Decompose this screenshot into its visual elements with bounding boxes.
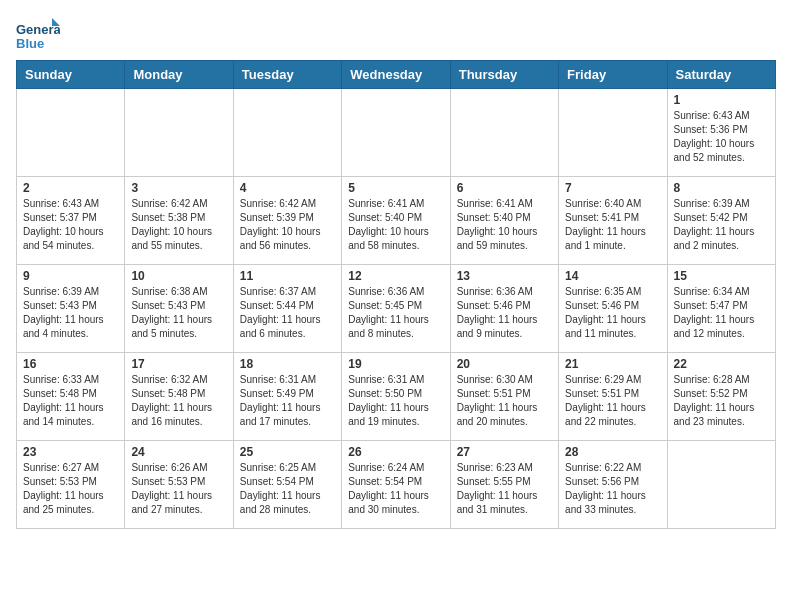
calendar-cell: 13Sunrise: 6:36 AM Sunset: 5:46 PM Dayli… — [450, 265, 558, 353]
day-info: Sunrise: 6:36 AM Sunset: 5:46 PM Dayligh… — [457, 285, 552, 341]
day-number: 3 — [131, 181, 226, 195]
calendar-cell: 4Sunrise: 6:42 AM Sunset: 5:39 PM Daylig… — [233, 177, 341, 265]
calendar-cell: 15Sunrise: 6:34 AM Sunset: 5:47 PM Dayli… — [667, 265, 775, 353]
calendar-cell: 19Sunrise: 6:31 AM Sunset: 5:50 PM Dayli… — [342, 353, 450, 441]
day-info: Sunrise: 6:27 AM Sunset: 5:53 PM Dayligh… — [23, 461, 118, 517]
calendar-cell — [667, 441, 775, 529]
day-number: 5 — [348, 181, 443, 195]
day-number: 20 — [457, 357, 552, 371]
calendar-cell: 21Sunrise: 6:29 AM Sunset: 5:51 PM Dayli… — [559, 353, 667, 441]
calendar-header-tuesday: Tuesday — [233, 61, 341, 89]
calendar-week-4: 16Sunrise: 6:33 AM Sunset: 5:48 PM Dayli… — [17, 353, 776, 441]
day-number: 8 — [674, 181, 769, 195]
day-number: 18 — [240, 357, 335, 371]
calendar-cell — [559, 89, 667, 177]
day-info: Sunrise: 6:41 AM Sunset: 5:40 PM Dayligh… — [348, 197, 443, 253]
logo: General Blue — [16, 16, 60, 52]
calendar-cell — [233, 89, 341, 177]
calendar-week-2: 2Sunrise: 6:43 AM Sunset: 5:37 PM Daylig… — [17, 177, 776, 265]
day-info: Sunrise: 6:39 AM Sunset: 5:42 PM Dayligh… — [674, 197, 769, 253]
day-info: Sunrise: 6:31 AM Sunset: 5:50 PM Dayligh… — [348, 373, 443, 429]
calendar-header-saturday: Saturday — [667, 61, 775, 89]
day-info: Sunrise: 6:36 AM Sunset: 5:45 PM Dayligh… — [348, 285, 443, 341]
svg-text:Blue: Blue — [16, 36, 44, 51]
calendar-cell: 12Sunrise: 6:36 AM Sunset: 5:45 PM Dayli… — [342, 265, 450, 353]
calendar-header-sunday: Sunday — [17, 61, 125, 89]
day-number: 27 — [457, 445, 552, 459]
day-info: Sunrise: 6:32 AM Sunset: 5:48 PM Dayligh… — [131, 373, 226, 429]
day-number: 2 — [23, 181, 118, 195]
calendar-week-1: 1Sunrise: 6:43 AM Sunset: 5:36 PM Daylig… — [17, 89, 776, 177]
calendar-cell: 7Sunrise: 6:40 AM Sunset: 5:41 PM Daylig… — [559, 177, 667, 265]
day-number: 13 — [457, 269, 552, 283]
day-info: Sunrise: 6:43 AM Sunset: 5:36 PM Dayligh… — [674, 109, 769, 165]
day-number: 16 — [23, 357, 118, 371]
day-number: 25 — [240, 445, 335, 459]
day-number: 1 — [674, 93, 769, 107]
calendar-cell — [17, 89, 125, 177]
day-number: 19 — [348, 357, 443, 371]
day-info: Sunrise: 6:28 AM Sunset: 5:52 PM Dayligh… — [674, 373, 769, 429]
day-info: Sunrise: 6:40 AM Sunset: 5:41 PM Dayligh… — [565, 197, 660, 253]
calendar-week-3: 9Sunrise: 6:39 AM Sunset: 5:43 PM Daylig… — [17, 265, 776, 353]
day-number: 22 — [674, 357, 769, 371]
day-number: 24 — [131, 445, 226, 459]
day-info: Sunrise: 6:43 AM Sunset: 5:37 PM Dayligh… — [23, 197, 118, 253]
calendar-cell: 16Sunrise: 6:33 AM Sunset: 5:48 PM Dayli… — [17, 353, 125, 441]
calendar-cell: 28Sunrise: 6:22 AM Sunset: 5:56 PM Dayli… — [559, 441, 667, 529]
calendar-cell: 23Sunrise: 6:27 AM Sunset: 5:53 PM Dayli… — [17, 441, 125, 529]
day-info: Sunrise: 6:33 AM Sunset: 5:48 PM Dayligh… — [23, 373, 118, 429]
day-info: Sunrise: 6:24 AM Sunset: 5:54 PM Dayligh… — [348, 461, 443, 517]
calendar-cell: 3Sunrise: 6:42 AM Sunset: 5:38 PM Daylig… — [125, 177, 233, 265]
calendar-cell — [450, 89, 558, 177]
day-number: 21 — [565, 357, 660, 371]
day-info: Sunrise: 6:42 AM Sunset: 5:39 PM Dayligh… — [240, 197, 335, 253]
day-number: 4 — [240, 181, 335, 195]
day-number: 6 — [457, 181, 552, 195]
day-number: 10 — [131, 269, 226, 283]
calendar-cell: 26Sunrise: 6:24 AM Sunset: 5:54 PM Dayli… — [342, 441, 450, 529]
calendar-cell: 18Sunrise: 6:31 AM Sunset: 5:49 PM Dayli… — [233, 353, 341, 441]
calendar-cell: 9Sunrise: 6:39 AM Sunset: 5:43 PM Daylig… — [17, 265, 125, 353]
calendar-cell: 8Sunrise: 6:39 AM Sunset: 5:42 PM Daylig… — [667, 177, 775, 265]
calendar-cell: 14Sunrise: 6:35 AM Sunset: 5:46 PM Dayli… — [559, 265, 667, 353]
calendar-header-wednesday: Wednesday — [342, 61, 450, 89]
calendar-cell: 17Sunrise: 6:32 AM Sunset: 5:48 PM Dayli… — [125, 353, 233, 441]
calendar-cell: 24Sunrise: 6:26 AM Sunset: 5:53 PM Dayli… — [125, 441, 233, 529]
day-info: Sunrise: 6:31 AM Sunset: 5:49 PM Dayligh… — [240, 373, 335, 429]
day-number: 12 — [348, 269, 443, 283]
day-info: Sunrise: 6:37 AM Sunset: 5:44 PM Dayligh… — [240, 285, 335, 341]
calendar-cell: 11Sunrise: 6:37 AM Sunset: 5:44 PM Dayli… — [233, 265, 341, 353]
day-number: 9 — [23, 269, 118, 283]
calendar-header-friday: Friday — [559, 61, 667, 89]
day-number: 11 — [240, 269, 335, 283]
day-number: 26 — [348, 445, 443, 459]
day-info: Sunrise: 6:42 AM Sunset: 5:38 PM Dayligh… — [131, 197, 226, 253]
day-info: Sunrise: 6:30 AM Sunset: 5:51 PM Dayligh… — [457, 373, 552, 429]
day-info: Sunrise: 6:38 AM Sunset: 5:43 PM Dayligh… — [131, 285, 226, 341]
calendar-header-row: SundayMondayTuesdayWednesdayThursdayFrid… — [17, 61, 776, 89]
day-info: Sunrise: 6:39 AM Sunset: 5:43 PM Dayligh… — [23, 285, 118, 341]
calendar-cell — [125, 89, 233, 177]
calendar-cell: 6Sunrise: 6:41 AM Sunset: 5:40 PM Daylig… — [450, 177, 558, 265]
day-number: 28 — [565, 445, 660, 459]
day-number: 17 — [131, 357, 226, 371]
day-info: Sunrise: 6:41 AM Sunset: 5:40 PM Dayligh… — [457, 197, 552, 253]
day-info: Sunrise: 6:29 AM Sunset: 5:51 PM Dayligh… — [565, 373, 660, 429]
calendar-week-5: 23Sunrise: 6:27 AM Sunset: 5:53 PM Dayli… — [17, 441, 776, 529]
calendar-cell: 25Sunrise: 6:25 AM Sunset: 5:54 PM Dayli… — [233, 441, 341, 529]
calendar-cell — [342, 89, 450, 177]
header: General Blue — [16, 16, 776, 52]
day-info: Sunrise: 6:34 AM Sunset: 5:47 PM Dayligh… — [674, 285, 769, 341]
day-number: 14 — [565, 269, 660, 283]
calendar-table: SundayMondayTuesdayWednesdayThursdayFrid… — [16, 60, 776, 529]
day-info: Sunrise: 6:23 AM Sunset: 5:55 PM Dayligh… — [457, 461, 552, 517]
calendar-cell: 5Sunrise: 6:41 AM Sunset: 5:40 PM Daylig… — [342, 177, 450, 265]
calendar-cell: 10Sunrise: 6:38 AM Sunset: 5:43 PM Dayli… — [125, 265, 233, 353]
day-info: Sunrise: 6:26 AM Sunset: 5:53 PM Dayligh… — [131, 461, 226, 517]
day-number: 15 — [674, 269, 769, 283]
day-info: Sunrise: 6:35 AM Sunset: 5:46 PM Dayligh… — [565, 285, 660, 341]
calendar-cell: 27Sunrise: 6:23 AM Sunset: 5:55 PM Dayli… — [450, 441, 558, 529]
calendar-cell: 1Sunrise: 6:43 AM Sunset: 5:36 PM Daylig… — [667, 89, 775, 177]
calendar-cell: 2Sunrise: 6:43 AM Sunset: 5:37 PM Daylig… — [17, 177, 125, 265]
